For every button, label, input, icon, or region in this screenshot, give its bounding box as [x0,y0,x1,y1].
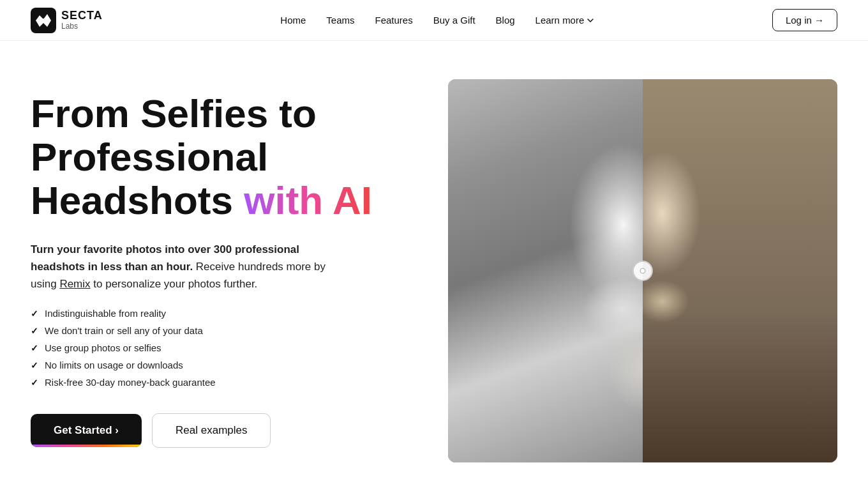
hero-description: Turn your favorite photos into over 300 … [31,241,350,293]
chevron-down-icon [587,17,594,24]
nav-teams[interactable]: Teams [326,15,354,26]
feature-check-item: ✓We don't train or sell any of your data [31,325,401,336]
compare-handle[interactable] [632,261,653,281]
hero-title-gradient: with AI [244,178,372,222]
svg-point-2 [640,268,645,273]
feature-check-item: ✓No limits on usage or downloads [31,360,401,370]
before-image [448,79,643,462]
checkmark-icon: ✓ [31,343,38,353]
hero-right [401,79,837,462]
logo-secta-text: SECTA [61,10,103,22]
feature-check-item: ✓Use group photos or selfies [31,342,401,353]
nav-buy-gift[interactable]: Buy a Gift [433,15,475,26]
get-started-button[interactable]: Get Started › [31,414,142,447]
checkmark-icon: ✓ [31,326,38,336]
feature-check-item: ✓Indistinguishable from reality [31,308,401,319]
image-comparison [448,79,837,462]
navbar: SECTA Labs Home Teams Features Buy a Gif… [0,0,868,41]
remix-link[interactable]: Remix [59,278,90,290]
logo[interactable]: SECTA Labs [31,8,103,33]
hero-cta-buttons: Get Started › Real examples [31,413,401,448]
hero-left: From Selfies to Professional Headshots w… [31,79,401,448]
svg-point-1 [41,19,45,22]
nav-features[interactable]: Features [375,15,413,26]
feature-checklist: ✓Indistinguishable from reality✓We don't… [31,308,401,388]
checkmark-icon: ✓ [31,309,38,319]
hero-section: From Selfies to Professional Headshots w… [0,41,868,488]
checkmark-icon: ✓ [31,360,38,370]
login-button[interactable]: Log in → [772,9,837,31]
nav-home[interactable]: Home [280,15,306,26]
bw-photo [448,79,643,462]
after-image [643,79,837,462]
nav-links: Home Teams Features Buy a Gift Blog Lear… [280,15,594,26]
nav-learn-more[interactable]: Learn more [535,15,595,26]
feature-check-item: ✓Risk-free 30-day money-back guarantee [31,377,401,388]
real-examples-button[interactable]: Real examples [152,413,271,448]
checkmark-icon: ✓ [31,377,38,388]
hero-title: From Selfies to Professional Headshots w… [31,92,401,223]
logo-labs-text: Labs [61,22,103,31]
compare-handle-icon [639,267,647,275]
nav-blog[interactable]: Blog [496,15,515,26]
color-photo [643,79,837,462]
